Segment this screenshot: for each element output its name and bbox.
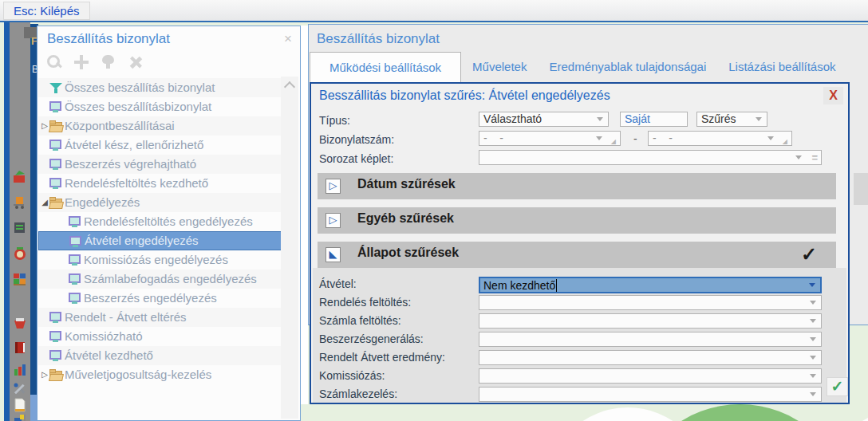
section-label: Dátum szűrések: [357, 177, 456, 191]
tree-item-7[interactable]: Rendelésfeltöltés engedélyezés: [38, 212, 282, 231]
tab-0[interactable]: Működési beállítások: [310, 52, 461, 83]
filter-dialog: Besszállitás bizonylat szűrés: Átvétel e…: [310, 82, 850, 404]
status-combo-5[interactable]: [479, 368, 822, 384]
monitor-icon: [69, 215, 81, 228]
unpin-icon[interactable]: [127, 53, 144, 71]
status-combo-1[interactable]: [479, 295, 822, 310]
confirm-check-icon[interactable]: ✓: [827, 377, 848, 396]
book-icon[interactable]: [12, 340, 28, 356]
basket-icon[interactable]: [12, 316, 28, 332]
collapse-icon[interactable]: ◣: [326, 247, 341, 262]
tools-icon[interactable]: [12, 381, 28, 397]
tree-item-2[interactable]: ▷Központbeszállításai: [38, 116, 282, 136]
tree-item-1[interactable]: Összes beszállításbizonylat: [38, 97, 282, 116]
dropdown-arrow-icon: [767, 136, 774, 140]
expand-closed-icon[interactable]: ▷: [40, 365, 49, 384]
tree-item-5[interactable]: Rendelésfeltöltés kezdhető: [38, 174, 282, 193]
forklift-icon[interactable]: [12, 411, 28, 421]
esc-exit-button[interactable]: Esc: Kilépés: [3, 2, 90, 20]
monitor-icon: [49, 100, 62, 113]
expand-icon[interactable]: ▷: [326, 179, 341, 194]
dropdown-arrow-icon: [810, 319, 816, 323]
status-combo-6[interactable]: [479, 387, 822, 402]
section-label: Egyéb szűrések: [357, 211, 454, 226]
tree-item-label: Beszerzés engedélyezés: [84, 289, 217, 308]
tree-item-selected[interactable]: Átvétel engedélyezés: [38, 231, 282, 250]
icon-taskbar: [10, 22, 30, 421]
dropdown-arrow-icon: [810, 356, 816, 360]
clock-icon[interactable]: [12, 246, 28, 262]
expand-icon[interactable]: ▷: [326, 213, 341, 228]
tree-item-label: Műveletjogosultság-kezelés: [65, 365, 211, 384]
folder-icon: [49, 196, 62, 209]
status-field-label: Számla feltöltés:: [319, 314, 401, 327]
tree-item-label: Rendelésfeltöltés kezdhető: [65, 174, 208, 193]
monitor-icon: [49, 349, 62, 362]
bizonylatszam-to-combo[interactable]: - -◢: [648, 131, 792, 146]
section-bar-1[interactable]: ▷Egyéb szűrések: [318, 207, 836, 234]
tree-item-13[interactable]: Komissiózható: [38, 327, 282, 346]
status-field-label: Számlakezelés:: [319, 388, 397, 400]
status-field-label: Rendelt Átvett eredmény:: [319, 351, 445, 364]
section-bar-2[interactable]: ◣Állapot szűrések✓: [318, 242, 836, 268]
tree-item-label: Központbeszállításai: [65, 116, 175, 136]
sorozat-combo[interactable]: =: [479, 150, 822, 165]
tree-item-9[interactable]: Komissiózás engedélyezés: [38, 250, 282, 270]
monitor-icon: [49, 177, 62, 190]
monitor-icon: [49, 158, 62, 171]
status-field-label: Beszerzésgenerálás:: [319, 332, 424, 345]
sajat-field[interactable]: Saját: [620, 112, 688, 127]
tree-item-0[interactable]: Összes beszállítás bizonylat: [38, 78, 282, 97]
dropdown-arrow-icon: [810, 337, 816, 341]
szures-combo[interactable]: Szűrés: [696, 112, 767, 127]
status-combo-0[interactable]: Nem kezdhető: [479, 277, 822, 293]
tree-icon[interactable]: [100, 53, 117, 71]
panel-scrollbar-thumb[interactable]: [854, 173, 868, 205]
tipus-combo[interactable]: Választható: [479, 112, 609, 127]
add-icon[interactable]: [73, 53, 90, 71]
section-check-icon: ✓: [801, 243, 817, 266]
status-field-label: Átvétel:: [319, 277, 357, 290]
status-combo-4[interactable]: [479, 350, 822, 365]
monitor-icon: [49, 330, 62, 343]
scroll-up-icon[interactable]: [284, 81, 295, 92]
document-icon[interactable]: [12, 397, 28, 413]
bizonylatszam-from-combo[interactable]: - -◢: [479, 131, 621, 146]
expand-closed-icon[interactable]: ▷: [40, 116, 49, 136]
tab-1[interactable]: Műveletek: [461, 52, 538, 83]
tree-item-label: Komissiózás engedélyezés: [84, 250, 228, 270]
section-bar-0[interactable]: ▷Dátum szűrések: [318, 173, 836, 199]
tree-scrollbar[interactable]: [281, 77, 298, 419]
cart-icon[interactable]: [12, 195, 28, 210]
tab-2[interactable]: Eredményablak tulajdonságai: [538, 52, 717, 83]
pallet-icon[interactable]: [12, 271, 28, 287]
tree-item-10[interactable]: Számlabefogadás engedélyezés: [38, 270, 282, 289]
folder-icon: [49, 120, 62, 132]
settings-tabs: Működési beállításokMűveletekEredményabl…: [310, 52, 847, 83]
tree-item-12[interactable]: Rendelt - Átvett eltérés: [38, 308, 282, 327]
tree-item-4[interactable]: Beszerzés végrehajtható: [38, 155, 282, 174]
dialog-close-button[interactable]: X: [823, 87, 843, 104]
tree-item-15[interactable]: ▷Műveletjogosultság-kezelés: [38, 365, 282, 384]
status-combo-2[interactable]: [479, 313, 822, 329]
tree-item-6[interactable]: ◢Engedélyezés: [38, 193, 282, 212]
tree-item-3[interactable]: Átvétel kész, ellenőrizhető: [38, 136, 282, 155]
monitor-icon: [69, 254, 81, 266]
expand-open-icon[interactable]: ◢: [40, 193, 49, 212]
money-machine-icon[interactable]: [12, 220, 28, 236]
goods-box-icon[interactable]: [12, 169, 28, 185]
section-label: Állapot szűrések: [357, 246, 459, 260]
monitor-icon: [49, 139, 62, 151]
taskbar-left-edge: [4, 22, 10, 421]
bar-chart-icon[interactable]: [12, 362, 28, 378]
status-combo-3[interactable]: [479, 332, 822, 347]
tree-panel-close-icon[interactable]: ×: [284, 31, 292, 47]
search-icon[interactable]: [45, 53, 63, 71]
status-combo-value: Nem kezdhető: [483, 279, 557, 292]
tree-panel: Beszállítás bizonylat × Összes beszállít…: [37, 26, 301, 421]
tree-item-14[interactable]: Átvétel kezdhető: [38, 346, 282, 365]
tree-item-label: Átvétel engedélyezés: [85, 232, 199, 250]
tree-item-label: Engedélyezés: [65, 193, 140, 212]
tree-item-11[interactable]: Beszerzés engedélyezés: [38, 289, 282, 308]
tab-3[interactable]: Listázási beállítások: [717, 52, 846, 83]
